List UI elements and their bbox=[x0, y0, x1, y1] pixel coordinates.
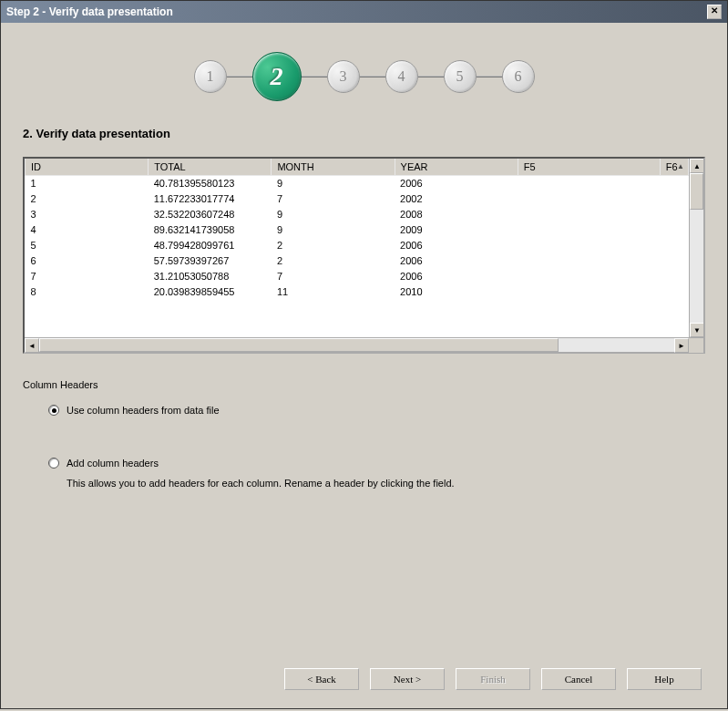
scroll-up-icon[interactable]: ▲ bbox=[690, 159, 703, 173]
table-header-row: ID TOTAL MONTH YEAR F5 F6 bbox=[26, 159, 689, 175]
hscroll-track[interactable] bbox=[39, 338, 674, 352]
scroll-right-icon[interactable]: ► bbox=[674, 338, 689, 353]
cell-f5[interactable] bbox=[518, 238, 660, 253]
cell-id[interactable]: 8 bbox=[26, 284, 149, 300]
scroll-corner bbox=[689, 338, 703, 353]
cell-id[interactable]: 7 bbox=[26, 269, 149, 284]
wizard-step-1[interactable]: 1 bbox=[194, 60, 227, 93]
wizard-step-3[interactable]: 3 bbox=[327, 60, 360, 93]
cell-year[interactable]: 2006 bbox=[395, 269, 518, 284]
table-row[interactable]: 657.5973939726722006 bbox=[26, 253, 689, 269]
cell-id[interactable]: 4 bbox=[26, 222, 149, 238]
cell-month[interactable]: 9 bbox=[272, 175, 395, 191]
cell-month[interactable]: 9 bbox=[272, 207, 395, 222]
cell-month[interactable]: 2 bbox=[272, 238, 395, 253]
cell-month[interactable]: 9 bbox=[272, 222, 395, 238]
table-row[interactable]: 731.2105305078872006 bbox=[26, 269, 689, 284]
next-button[interactable]: Next > bbox=[370, 668, 445, 690]
step-connector bbox=[477, 76, 502, 77]
wizard-step-5[interactable]: 5 bbox=[444, 60, 477, 93]
cell-month[interactable]: 2 bbox=[272, 253, 395, 269]
cell-total[interactable]: 57.59739397267 bbox=[149, 253, 272, 269]
close-button[interactable]: ✕ bbox=[707, 5, 722, 19]
cell-year[interactable]: 2010 bbox=[395, 284, 518, 300]
cell-f6[interactable] bbox=[660, 269, 688, 284]
step-connector bbox=[418, 76, 444, 77]
cell-month[interactable]: 11 bbox=[272, 284, 395, 300]
cell-total[interactable]: 20.039839859455 bbox=[149, 284, 272, 300]
vscroll-track[interactable] bbox=[690, 173, 703, 323]
cell-total[interactable]: 32.532203607248 bbox=[149, 207, 272, 222]
column-header-total[interactable]: TOTAL bbox=[149, 159, 272, 175]
scroll-down-icon[interactable]: ▼ bbox=[690, 323, 703, 337]
cell-month[interactable]: 7 bbox=[272, 269, 395, 284]
help-button[interactable]: Help bbox=[627, 668, 702, 690]
cell-f6[interactable] bbox=[660, 191, 688, 207]
cell-year[interactable]: 2008 bbox=[395, 207, 518, 222]
wizard-step-6[interactable]: 6 bbox=[502, 60, 535, 93]
column-header-year[interactable]: YEAR bbox=[395, 159, 518, 175]
table-row[interactable]: 489.63214173905892009 bbox=[26, 222, 689, 238]
cell-id[interactable]: 6 bbox=[26, 253, 149, 269]
data-table: ID TOTAL MONTH YEAR F5 F6 140.7813955801… bbox=[23, 157, 705, 354]
wizard-step-4[interactable]: 4 bbox=[385, 60, 418, 93]
back-button[interactable]: < Back bbox=[284, 668, 359, 690]
cell-f6[interactable] bbox=[660, 175, 688, 191]
column-header-month[interactable]: MONTH bbox=[272, 159, 395, 175]
hscroll-thumb[interactable] bbox=[39, 338, 559, 352]
button-row: < Back Next > Finish Cancel Help bbox=[284, 668, 702, 690]
cell-total[interactable]: 40.781395580123 bbox=[149, 175, 272, 191]
table-row[interactable]: 332.53220360724892008 bbox=[26, 207, 689, 222]
finish-button: Finish bbox=[456, 668, 530, 690]
table-row[interactable]: 211.67223301777472002 bbox=[26, 191, 689, 207]
cell-f5[interactable] bbox=[518, 207, 660, 222]
cell-f5[interactable] bbox=[518, 175, 660, 191]
cell-year[interactable]: 2006 bbox=[395, 253, 518, 269]
radio-use-file[interactable] bbox=[48, 405, 59, 416]
table-row[interactable]: 548.79942809976122006 bbox=[26, 238, 689, 253]
cell-f5[interactable] bbox=[518, 269, 660, 284]
table-row[interactable]: 140.78139558012392006 bbox=[26, 175, 689, 191]
cell-id[interactable]: 3 bbox=[26, 207, 149, 222]
cell-total[interactable]: 11.672233017774 bbox=[149, 191, 272, 207]
cell-f5[interactable] bbox=[518, 222, 660, 238]
cell-f6[interactable] bbox=[660, 238, 688, 253]
cell-f5[interactable] bbox=[518, 284, 660, 300]
cell-f6[interactable] bbox=[660, 253, 688, 269]
cancel-button[interactable]: Cancel bbox=[541, 668, 616, 690]
step-connector bbox=[360, 76, 385, 77]
radio-add-row: Add column headers bbox=[48, 458, 705, 469]
cell-f5[interactable] bbox=[518, 253, 660, 269]
titlebar: Step 2 - Verify data presentation ✕ bbox=[1, 1, 727, 23]
step-connector bbox=[227, 76, 252, 77]
step-connector bbox=[302, 76, 327, 77]
radio-use-file-label[interactable]: Use column headers from data file bbox=[67, 405, 220, 416]
column-header-f5[interactable]: F5 bbox=[518, 159, 660, 175]
cell-f6[interactable] bbox=[660, 222, 688, 238]
radio-add-headers-label[interactable]: Add column headers bbox=[67, 458, 159, 469]
cell-total[interactable]: 89.632141739058 bbox=[149, 222, 272, 238]
cell-id[interactable]: 2 bbox=[26, 191, 149, 207]
cell-total[interactable]: 48.799428099761 bbox=[149, 238, 272, 253]
cell-year[interactable]: 2006 bbox=[395, 175, 518, 191]
cell-id[interactable]: 1 bbox=[26, 175, 149, 191]
horizontal-scrollbar[interactable]: ◄ ► bbox=[25, 337, 703, 352]
cell-year[interactable]: 2006 bbox=[395, 238, 518, 253]
cell-total[interactable]: 31.21053050788 bbox=[149, 269, 272, 284]
column-header-id[interactable]: ID bbox=[26, 159, 149, 175]
scroll-left-icon[interactable]: ◄ bbox=[25, 338, 39, 353]
cell-f5[interactable] bbox=[518, 191, 660, 207]
cell-id[interactable]: 5 bbox=[26, 238, 149, 253]
vertical-scrollbar[interactable]: ▲ ▼ bbox=[689, 159, 703, 337]
cell-f6[interactable] bbox=[660, 207, 688, 222]
cell-f6[interactable] bbox=[660, 284, 688, 300]
table-row[interactable]: 820.039839859455112010 bbox=[26, 284, 689, 300]
cell-year[interactable]: 2009 bbox=[395, 222, 518, 238]
page-heading: 2. Verify data presentation bbox=[23, 127, 705, 140]
radio-add-headers[interactable] bbox=[48, 458, 59, 469]
wizard-step-2[interactable]: 2 bbox=[252, 52, 302, 101]
vscroll-thumb[interactable] bbox=[690, 173, 703, 210]
cell-month[interactable]: 7 bbox=[272, 191, 395, 207]
cell-year[interactable]: 2002 bbox=[395, 191, 518, 207]
column-header-f6[interactable]: F6 bbox=[660, 159, 688, 175]
